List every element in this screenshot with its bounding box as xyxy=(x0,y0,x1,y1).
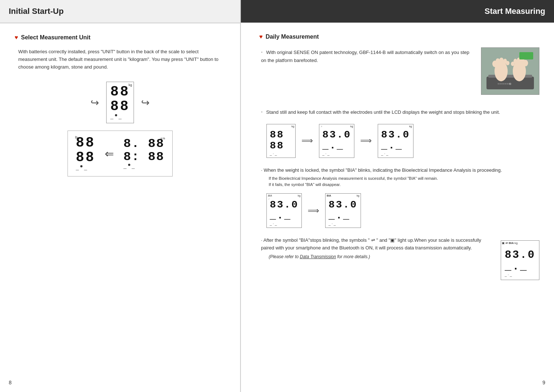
bia1-digits: 83.0 xyxy=(270,200,299,210)
left-arrow: ⇐ xyxy=(105,147,114,160)
final-digits: 83.0 xyxy=(505,249,535,260)
bullet3-intro: · When the weight is locked, the symbol … xyxy=(259,167,539,174)
lcd-r3-digits2: _._ xyxy=(381,141,410,151)
left-section-heading: Select Measurement Unit xyxy=(21,34,91,41)
bia-blink-label: BIA xyxy=(268,194,272,197)
kg-unit-label: kg xyxy=(128,83,132,87)
bia-kg-2: kg xyxy=(357,194,359,197)
header-right: Start Measuring xyxy=(241,0,554,23)
svg-text:⠿⠿⠿⠿⠿⠿⠿: ⠿⠿⠿⠿⠿⠿⠿ xyxy=(497,83,510,85)
lcd-r1-digits2: 88 xyxy=(270,141,292,151)
lcd-stlb-digits2: 8: 88 xyxy=(123,151,164,163)
lcd-r1-bottom: _ · _ xyxy=(270,152,292,156)
stlb-label: st·lb xyxy=(161,137,165,140)
final-icons: ▣ ⇌ BIA kg xyxy=(502,241,518,245)
bia1-digits2: _._ xyxy=(270,211,299,221)
bia-final-label: BIA xyxy=(509,241,514,245)
lcd-bia-row: BIA ↗ kg 83.0 _._ _ · _ ⟹ BIA kg 83.0 _.… xyxy=(266,193,539,228)
left-content: ♥ Select Measurement Unit With batteries… xyxy=(0,23,240,187)
bullet2-text: Stand still and keep full contact with t… xyxy=(259,107,539,117)
bullet3-line2: If the Bioelectrical Impedance Analysis … xyxy=(269,175,539,182)
svg-point-7 xyxy=(506,61,509,65)
lcd-row-1: ↪ kg 88 88 _ _ ↩ xyxy=(91,82,150,123)
bt-icon: ⇌ xyxy=(505,241,508,245)
bullet-section-3: · When the weight is locked, the symbol … xyxy=(259,167,539,228)
left-section-body: With batteries correctly installed, pres… xyxy=(15,48,226,71)
left-title: Initial Start-Up xyxy=(9,7,64,16)
lcd-r1-digits: 88 xyxy=(270,130,292,140)
lcd-lb-digits2: 88 xyxy=(76,151,96,164)
page-number-left: 8 xyxy=(9,380,12,385)
bullet-section-2: Stand still and keep full contact with t… xyxy=(259,107,539,158)
final-digits2: _._ xyxy=(505,261,535,272)
lb-unit-label: lb xyxy=(75,136,78,139)
bullet4-intro: · After the symbol "BIA"stops blinking, … xyxy=(259,237,539,252)
bia2-digits: 83.0 xyxy=(328,200,357,210)
lcd-stlb-bottom: _ _ xyxy=(123,164,164,170)
page-number-right: 9 xyxy=(542,380,545,385)
data-transmission-link[interactable]: Data Transmission xyxy=(300,254,336,259)
lcd-kg-display: kg 88 88 _ _ xyxy=(106,82,134,123)
svg-point-10 xyxy=(513,59,517,64)
lcd-r2-digits2: _._ xyxy=(322,141,351,151)
blink-indicator: ↗ xyxy=(320,125,322,128)
lcd-row-2: lb 88 88 _ _ ⇐ st·lb 8. 88 8: 88 xyxy=(68,131,173,176)
bullet4-italic: (Please refer to Data Transmission for m… xyxy=(269,254,539,259)
lcd-bottom-dots: _ _ xyxy=(110,114,130,120)
lcd-lb-digits: 88 xyxy=(76,136,96,150)
arrow-curve-left: ↩ xyxy=(141,97,150,109)
lcd-right-3: kg 83.0 _._ _ · _ xyxy=(378,124,413,158)
svg-rect-1 xyxy=(488,75,532,78)
lcd-bia-1: BIA ↗ kg 83.0 _._ _ · _ xyxy=(266,193,302,228)
bia1-bottom: _ · _ xyxy=(270,222,299,226)
lcd-r2-bottom: _ · _ xyxy=(322,152,351,156)
lcd-right-1: kg 88 88 _ · _ xyxy=(266,124,296,158)
lcd-lb-display: lb 88 88 _ _ xyxy=(74,135,98,172)
left-section-title: ♥ Select Measurement Unit xyxy=(15,34,226,41)
bullet-section-1: ⠿⠿⠿⠿⠿⠿⠿ With original SENSE ON patent te… xyxy=(259,47,539,98)
bia-kg-1: kg xyxy=(298,194,300,197)
lcd-final: ▣ ⇌ BIA kg 83.0 _._ _ · _ xyxy=(501,240,539,280)
screen-icon: ▣ xyxy=(502,241,505,245)
bullet3-line3: If it fails, the symbol "BIA" will disap… xyxy=(269,182,539,188)
bullet-section-4: ▣ ⇌ BIA kg 83.0 _._ _ · _ · After the sy… xyxy=(259,237,539,280)
foot-image: ⠿⠿⠿⠿⠿⠿⠿ xyxy=(481,47,539,95)
svg-point-13 xyxy=(523,60,528,66)
lcd-bia-2: BIA kg 83.0 _._ _ · _ xyxy=(325,193,361,228)
bia2-bottom: _ · _ xyxy=(328,222,357,226)
lcd-right-2: kg ↗ 83.0 _._ _ · _ xyxy=(319,124,354,158)
page-right: Start Measuring ♥ Daily Measurement xyxy=(241,0,554,392)
double-arrow-2: ⟹ xyxy=(360,136,372,145)
heart-icon: ♥ xyxy=(15,34,18,41)
double-arrow-bia: ⟹ xyxy=(308,206,319,216)
lcd-stlb-digits: 8. 88 xyxy=(123,137,164,150)
arrow-curve-right: ↪ xyxy=(91,97,99,109)
right-title: Start Measuring xyxy=(485,7,545,16)
lcd-kg-digits: 88 xyxy=(110,85,130,99)
svg-rect-14 xyxy=(519,52,533,59)
final-lcd-container: ▣ ⇌ BIA kg 83.0 _._ _ · _ xyxy=(501,240,539,280)
feet-svg: ⠿⠿⠿⠿⠿⠿⠿ xyxy=(485,51,536,91)
lcd-illustrations-left: ↪ kg 88 88 _ _ ↩ lb xyxy=(15,82,226,176)
page-left: Initial Start-Up ♥ Select Measurement Un… xyxy=(0,0,240,392)
kg-label-2: kg xyxy=(350,125,353,128)
lcd-r3-bottom: _ · _ xyxy=(381,152,410,156)
kg-label-1: kg xyxy=(292,125,294,128)
final-bottom: _ · _ xyxy=(505,273,535,277)
lcd-r3-digits: 83.0 xyxy=(381,130,410,140)
bia-solid-label: BIA xyxy=(327,194,331,197)
right-section-heading: Daily Measurement xyxy=(266,34,319,40)
heart-icon-right: ♥ xyxy=(259,34,263,40)
lcd-row-right-1: kg 88 88 _ · _ ⟹ kg ↗ 83.0 _._ _ · _ ⟹ xyxy=(266,124,539,158)
svg-point-5 xyxy=(499,58,504,63)
lcd-kg-digits2: 88 xyxy=(110,100,130,113)
header-left: Initial Start-Up xyxy=(0,0,240,23)
right-section-title: ♥ Daily Measurement xyxy=(259,34,539,40)
lcd-lb-bottom: _ _ xyxy=(76,165,96,171)
bia2-digits2: _._ xyxy=(328,211,357,221)
double-arrow-1: ⟹ xyxy=(301,136,313,145)
lcd-stlb-display: st·lb 8. 88 8: 88 _ _ xyxy=(121,136,166,171)
kg-final: kg xyxy=(515,241,518,245)
right-content: ♥ Daily Measurement xyxy=(241,23,554,300)
lcd-r2-digits: 83.0 xyxy=(322,130,351,140)
